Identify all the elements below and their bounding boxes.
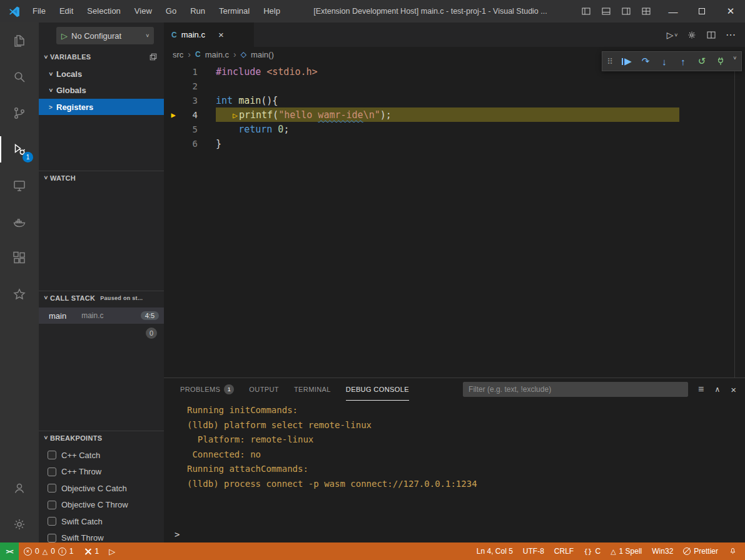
menu-item-go[interactable]: Go (159, 0, 183, 22)
remote-indicator[interactable]: >< (0, 542, 19, 560)
console-prompt[interactable]: > (175, 529, 180, 539)
diagnostics-status[interactable]: ×0 △0 i1 (19, 542, 79, 560)
tools-status[interactable]: 1 (79, 542, 104, 560)
start-debugging-icon[interactable]: ▷ (61, 31, 68, 41)
step-out-icon[interactable]: ↑ (674, 56, 692, 67)
language-mode[interactable]: {} C (579, 542, 606, 560)
frame-position-badge: 4:5 (141, 311, 159, 320)
breakpoint-checkbox[interactable] (48, 517, 56, 526)
debug-config-dropdown[interactable]: ▷ No Configurat > (56, 27, 154, 44)
maximize-panel-icon[interactable]: ∧ (714, 385, 720, 394)
variables-scope-locals[interactable]: > Locals (39, 66, 164, 81)
code-editor[interactable]: 1#include <stdio.h>23int main(){▶4 ▷prin… (164, 62, 745, 378)
console-filter-input[interactable] (463, 382, 688, 397)
panel-tab-terminal[interactable]: TERMINAL (294, 378, 331, 401)
filter-icon[interactable]: ≡ (698, 384, 704, 395)
code-line[interactable]: 5 return 0; (164, 122, 745, 136)
settings-gear-icon[interactable] (0, 506, 39, 542)
call-stack-status: Paused on st... (100, 295, 143, 301)
debug-console-output: Running initCommands:(lldb) platform sel… (164, 403, 745, 525)
docker-icon[interactable] (0, 204, 39, 240)
customize-layout-icon[interactable] (641, 6, 651, 16)
disconnect-plug-icon[interactable] (711, 56, 730, 66)
step-over-icon[interactable]: ↷ (636, 56, 655, 67)
toggle-sidebar-icon[interactable] (581, 6, 591, 16)
split-editor-icon[interactable] (706, 30, 716, 40)
panel-tab-debug-console[interactable]: DEBUG CONSOLE (346, 378, 409, 401)
call-stack-frame[interactable]: main main.c 4:5 (39, 308, 164, 324)
variables-actions-icon[interactable] (149, 52, 158, 61)
restart-icon[interactable]: ↺ (692, 56, 711, 67)
breadcrumb-file[interactable]: main.c (205, 50, 229, 59)
toggle-panel-icon[interactable] (601, 6, 611, 16)
current-line-arrow-icon[interactable]: ▶ (164, 111, 183, 119)
tab-main-c[interactable]: C main.c × (164, 22, 255, 47)
debug-status-icon[interactable]: ▷ (104, 542, 120, 560)
account-icon[interactable] (0, 470, 39, 506)
code-token: <stdio.h> (266, 66, 317, 78)
breakpoint-item[interactable]: Swift Catch (39, 513, 164, 530)
breakpoint-checkbox[interactable] (48, 451, 56, 459)
line-number: 2 (183, 81, 198, 91)
gear-icon[interactable] (687, 30, 697, 40)
step-into-icon[interactable]: ↓ (655, 56, 674, 67)
menu-item-file[interactable]: File (26, 0, 53, 22)
menu-item-terminal[interactable]: Terminal (212, 0, 256, 22)
menu-item-selection[interactable]: Selection (80, 0, 127, 22)
menu-item-run[interactable]: Run (183, 0, 212, 22)
formatter-status[interactable]: Prettier (678, 542, 723, 560)
spell-checker-status[interactable]: △ 1 Spell (606, 542, 647, 560)
remote-explorer-icon[interactable] (0, 168, 39, 204)
overview-ruler (734, 62, 735, 378)
breakpoint-checkbox[interactable] (48, 534, 56, 542)
menu-item-view[interactable]: View (128, 0, 159, 22)
maximize-button[interactable] (687, 0, 716, 22)
breakpoint-checkbox[interactable] (48, 501, 56, 509)
call-stack-section-header[interactable]: > CALL STACK Paused on st... (39, 291, 164, 304)
breadcrumb-folder[interactable]: src (173, 50, 183, 59)
code-line[interactable]: 6} (164, 136, 745, 151)
breakpoint-item[interactable]: Objective C Throw (39, 497, 164, 514)
minimize-button[interactable]: — (659, 0, 687, 22)
explorer-icon[interactable] (0, 22, 39, 59)
breakpoint-checkbox[interactable] (48, 484, 56, 492)
drag-grip-icon[interactable]: ⠿ (602, 57, 617, 66)
panel-tab-label: OUTPUT (249, 386, 279, 393)
code-text: ▷printf("hello wamr-ide\n"); (198, 109, 392, 121)
close-button[interactable]: ✕ (716, 0, 745, 22)
code-line[interactable]: 2 (164, 79, 745, 93)
search-icon[interactable] (0, 59, 39, 95)
encoding-indicator[interactable]: UTF-8 (518, 542, 549, 560)
eol-indicator[interactable]: CRLF (549, 542, 579, 560)
panel-tab-output[interactable]: OUTPUT (249, 378, 279, 401)
close-tab-icon[interactable]: × (218, 29, 224, 40)
watch-section-header[interactable]: > WATCH (39, 171, 164, 184)
run-file-icon[interactable]: ▷> (667, 30, 677, 40)
close-panel-icon[interactable]: × (731, 384, 736, 395)
breakpoint-item[interactable]: Objective C Catch (39, 480, 164, 497)
breadcrumb-symbol[interactable]: main() (251, 50, 274, 59)
platform-indicator[interactable]: Win32 (647, 542, 678, 560)
menu-item-edit[interactable]: Edit (53, 0, 80, 22)
notifications-bell-icon[interactable] (723, 542, 745, 560)
extensions-icon[interactable] (0, 240, 39, 276)
continue-icon[interactable]: ▶ (617, 56, 636, 67)
code-line[interactable]: 3int main(){ (164, 93, 745, 108)
cursor-position[interactable]: Ln 4, Col 5 (472, 542, 518, 560)
breakpoints-section-header[interactable]: > BREAKPOINTS (39, 431, 164, 444)
code-line[interactable]: ▶4 ▷printf("hello wamr-ide\n"); (164, 108, 745, 122)
breakpoint-item[interactable]: C++ Catch (39, 447, 164, 464)
variables-scope-globals[interactable]: > Globals (39, 82, 164, 98)
chevron-down-icon[interactable]: > (732, 56, 738, 66)
run-and-debug-icon[interactable]: 1 (0, 131, 39, 168)
breakpoint-item[interactable]: C++ Throw (39, 464, 164, 481)
favorites-star-icon[interactable] (0, 276, 39, 312)
breakpoint-checkbox[interactable] (48, 468, 56, 476)
panel-tab-problems[interactable]: PROBLEMS1 (180, 378, 234, 401)
variables-scope-registers[interactable]: > Registers (39, 99, 164, 115)
toggle-secondary-sidebar-icon[interactable] (621, 6, 631, 16)
source-control-icon[interactable] (0, 95, 39, 131)
menu-item-help[interactable]: Help (256, 0, 287, 22)
more-actions-icon[interactable]: ⋯ (726, 29, 736, 41)
variables-section-header[interactable]: > VARIABLES (39, 50, 164, 64)
